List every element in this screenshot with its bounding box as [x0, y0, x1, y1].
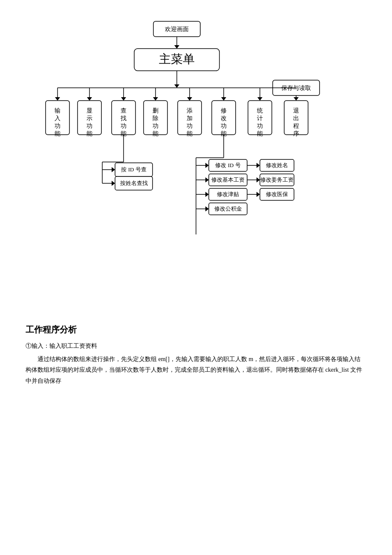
section-title: 工作程序分析 [26, 324, 366, 335]
svg-marker-16 [121, 97, 126, 101]
svg-marker-14 [87, 97, 92, 101]
page-content: 欢迎画面 主菜单 保存与读取 [26, 17, 366, 386]
svg-marker-26 [294, 97, 299, 101]
svg-marker-71 [112, 167, 115, 172]
svg-marker-73 [112, 181, 115, 186]
svg-marker-9 [174, 84, 179, 88]
svg-text:程: 程 [293, 123, 299, 129]
svg-text:按 ID 号查: 按 ID 号查 [121, 166, 146, 173]
page-wrapper: 欢迎画面 主菜单 保存与读取 [26, 17, 366, 555]
svg-marker-94 [205, 206, 209, 211]
svg-marker-106 [257, 192, 260, 197]
svg-marker-102 [257, 177, 260, 182]
svg-text:功: 功 [153, 123, 159, 129]
flowchart-container: 欢迎画面 主菜单 保存与读取 [26, 17, 366, 307]
svg-text:改: 改 [221, 115, 227, 121]
svg-text:出: 出 [293, 115, 299, 121]
svg-text:功: 功 [187, 123, 193, 129]
svg-text:功: 功 [121, 123, 127, 129]
svg-text:能: 能 [257, 130, 263, 137]
svg-text:修改基本工资: 修改基本工资 [211, 176, 245, 183]
svg-text:修改姓名: 修改姓名 [266, 162, 288, 168]
svg-text:按姓名查找: 按姓名查找 [120, 180, 148, 186]
item1-body: 通过结构体的数组来进行操作，先头定义数组 em[]，先输入需要输入的职工人数 m… [26, 354, 366, 386]
svg-text:主菜单: 主菜单 [159, 52, 195, 66]
svg-text:查: 查 [121, 107, 127, 114]
svg-text:欢迎画面: 欢迎画面 [165, 26, 189, 32]
svg-text:功: 功 [55, 123, 61, 129]
svg-text:能: 能 [55, 130, 61, 137]
svg-marker-24 [257, 97, 262, 101]
svg-text:功: 功 [221, 123, 227, 129]
svg-marker-86 [205, 177, 209, 182]
svg-marker-82 [205, 163, 209, 168]
svg-text:修改医保: 修改医保 [266, 191, 288, 197]
svg-text:功: 功 [257, 123, 263, 129]
svg-text:统: 统 [257, 107, 263, 114]
flowchart-svg: 欢迎画面 主菜单 保存与读取 [30, 17, 362, 307]
svg-text:显: 显 [86, 107, 92, 114]
svg-text:修改姜务工资: 修改姜务工资 [260, 176, 294, 183]
svg-text:添: 添 [187, 107, 193, 114]
svg-marker-18 [153, 97, 158, 101]
svg-text:修改 ID 号: 修改 ID 号 [215, 162, 240, 168]
svg-marker-12 [55, 97, 60, 101]
svg-text:删: 删 [153, 107, 159, 114]
svg-marker-22 [221, 97, 226, 101]
svg-text:退: 退 [293, 107, 299, 114]
svg-text:输: 输 [55, 107, 61, 114]
svg-text:修改公积金: 修改公积金 [214, 205, 242, 212]
svg-text:入: 入 [55, 115, 61, 121]
item1-label: ①输入：输入职工工资资料 [26, 341, 366, 351]
svg-text:修: 修 [221, 107, 227, 114]
svg-text:计: 计 [257, 115, 263, 121]
svg-text:加: 加 [187, 115, 193, 121]
svg-marker-98 [257, 163, 260, 168]
svg-text:能: 能 [153, 130, 159, 137]
svg-marker-20 [187, 97, 192, 101]
svg-marker-3 [174, 45, 179, 49]
svg-text:能: 能 [187, 130, 193, 137]
svg-text:序: 序 [293, 130, 299, 137]
svg-text:功: 功 [86, 123, 92, 129]
text-section: 工作程序分析 ①输入：输入职工工资资料 通过结构体的数组来进行操作，先头定义数组… [26, 324, 366, 386]
svg-text:除: 除 [153, 115, 159, 121]
svg-text:示: 示 [86, 115, 92, 121]
svg-text:修改津贴: 修改津贴 [217, 191, 239, 197]
svg-text:能: 能 [86, 130, 92, 137]
svg-text:找: 找 [120, 115, 127, 121]
svg-marker-90 [205, 192, 209, 197]
